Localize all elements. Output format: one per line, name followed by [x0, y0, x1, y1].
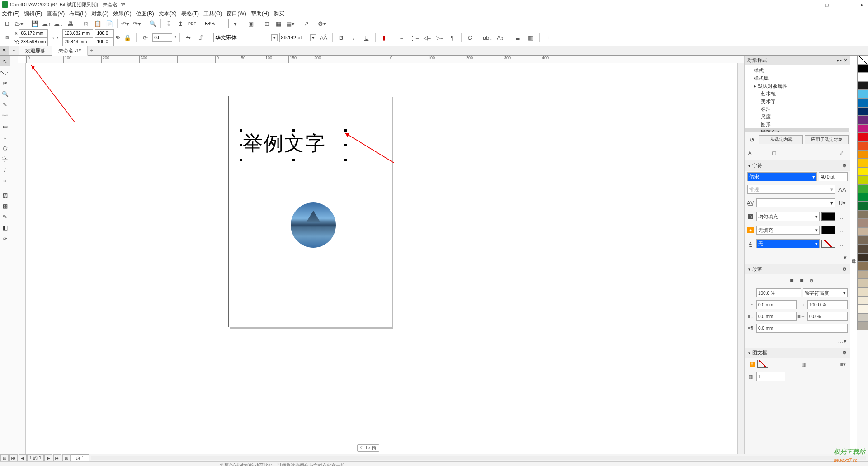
frame-valign-icon[interactable]: ≡▾ — [839, 360, 848, 369]
circle-image[interactable] — [291, 202, 336, 248]
print-icon[interactable]: 🖶 — [65, 18, 75, 29]
swatch-5[interactable] — [857, 107, 868, 116]
page-next-icon[interactable]: ▶ — [44, 454, 52, 461]
pick-tool-tab[interactable]: ↖ — [0, 46, 9, 55]
ime-indicator[interactable]: CH ♪ 简 — [357, 444, 379, 452]
menu-window[interactable]: 窗口(W) — [226, 10, 246, 18]
shape-tool-icon[interactable]: ↖⋰ — [0, 67, 10, 77]
outline-combo[interactable]: 无▾ — [756, 239, 820, 248]
swatch-2[interactable] — [857, 81, 868, 90]
varfont-icon[interactable]: AÂ — [318, 32, 329, 43]
minimize-icon[interactable]: — — [835, 0, 843, 9]
textdir-icon[interactable]: ab↓ — [482, 32, 493, 43]
tab-expand-icon[interactable]: ⤢ — [840, 150, 847, 157]
char-pt-input[interactable]: 40.0 pt — [819, 172, 848, 181]
home-icon[interactable]: ⌂ — [9, 46, 19, 55]
grid-icon[interactable]: ▦ — [273, 18, 284, 29]
char-gear-icon[interactable]: ⚙ — [842, 163, 847, 169]
swatch-27[interactable] — [857, 296, 868, 305]
rulers-icon[interactable]: ⊞ — [261, 18, 272, 29]
zoom-dropdown-icon[interactable]: ▾ — [230, 18, 241, 29]
right-input[interactable]: 100.0 % — [807, 300, 848, 309]
swatch-8[interactable] — [857, 133, 868, 141]
char-expand-icon[interactable]: …▾ — [837, 252, 848, 263]
tree-artistictext[interactable]: 美术字 — [745, 98, 849, 105]
para-section-header[interactable]: ▾段落⚙ — [745, 264, 850, 274]
fill-combo[interactable]: 均匀填充▾ — [756, 212, 820, 221]
menu-help[interactable]: 帮助(H) — [251, 10, 269, 18]
align-right-icon[interactable]: ≡ — [777, 276, 786, 285]
align-center-icon[interactable]: ≡ — [767, 276, 776, 285]
docker-close-icon[interactable]: ✕ — [844, 57, 848, 63]
pdf-icon[interactable]: PDF — [187, 18, 198, 29]
zoom-tool-icon[interactable]: 🔍 — [0, 89, 10, 99]
swatch-26[interactable] — [857, 287, 868, 296]
nocolor-swatch[interactable] — [857, 56, 868, 64]
swatch-18[interactable] — [857, 219, 868, 227]
shadow-tool-icon[interactable]: ▨ — [0, 190, 10, 200]
text-tool-icon[interactable]: 字 — [0, 154, 10, 164]
font-dd-icon[interactable]: ▾ — [271, 34, 278, 41]
dropcap-icon[interactable]: ¶ — [447, 32, 458, 43]
italic-icon[interactable]: I — [349, 32, 359, 43]
vscrollbar[interactable] — [737, 63, 744, 454]
tree-paratext[interactable]: 段落文本 — [745, 128, 849, 132]
dimension-tool-icon[interactable]: ↔ — [0, 176, 10, 186]
swatch-6[interactable] — [857, 116, 868, 124]
save-icon[interactable]: 💾 — [29, 18, 40, 29]
para-expand-icon[interactable]: …▾ — [837, 335, 848, 346]
fill-swatch[interactable] — [821, 212, 835, 221]
outline-swatch[interactable] — [821, 240, 835, 248]
align-justify-icon[interactable]: ≣ — [787, 276, 796, 285]
list-bul-icon[interactable]: ⋮≡ — [409, 32, 420, 43]
fullscreen-icon[interactable]: ▣ — [245, 18, 256, 29]
bgfill-swatch[interactable] — [821, 226, 835, 234]
before-input[interactable]: 0.0 mm — [756, 300, 797, 309]
selection-handles[interactable]: ✕ — [241, 130, 346, 160]
frame-swatch[interactable] — [757, 360, 768, 368]
swatch-9[interactable] — [857, 141, 868, 150]
ellipse-tool-icon[interactable]: ○ — [0, 132, 10, 142]
close-icon[interactable]: ✕ — [858, 0, 866, 9]
list-num-icon[interactable]: ≡ — [396, 32, 407, 43]
rightmm-input[interactable]: 0.0 % — [807, 312, 848, 321]
export-icon[interactable]: ↥ — [175, 18, 186, 29]
eyedropper-tool-icon[interactable]: ✎ — [0, 212, 10, 222]
cloud-down-icon[interactable]: ☁↓ — [53, 18, 64, 29]
underline-opt-icon[interactable]: U▾ — [837, 198, 848, 208]
swatch-17[interactable] — [857, 210, 868, 219]
after-input[interactable]: 0.0 mm — [756, 312, 797, 321]
pt-dd-icon[interactable]: ▾ — [310, 34, 316, 41]
char-font-combo[interactable]: 仿宋▾ — [747, 172, 817, 181]
lineunit-combo[interactable]: %字符高度▾ — [803, 288, 848, 297]
allcaps-icon[interactable]: A̲A̲ — [837, 184, 848, 195]
pt-input[interactable] — [279, 33, 308, 42]
menu-file[interactable]: 文件(F) — [2, 10, 19, 18]
rectangle-tool-icon[interactable]: ▭ — [0, 122, 10, 132]
swatch-22[interactable] — [857, 253, 868, 262]
polygon-tool-icon[interactable]: ⬠ — [0, 143, 10, 153]
tree-styleset[interactable]: 样式集 — [745, 75, 849, 82]
options-icon[interactable]: ⚙▾ — [316, 18, 327, 29]
artisticmedia-icon[interactable]: 〰 — [0, 111, 10, 121]
restore-small-icon[interactable]: ❐ — [823, 0, 831, 9]
menu-text[interactable]: 文本(X) — [159, 10, 177, 18]
indent-dec-icon[interactable]: ◁≡ — [422, 32, 433, 43]
menu-object[interactable]: 对象(J) — [91, 10, 108, 18]
clipboard-icon[interactable]: 📄 — [104, 18, 115, 29]
swatch-20[interactable] — [857, 236, 868, 245]
transparency-tool-icon[interactable]: ▩ — [0, 201, 10, 211]
pick-tool-icon[interactable]: ↖ — [0, 56, 10, 66]
textfill-icon[interactable]: ▮ — [379, 32, 390, 43]
import-icon[interactable]: ↧ — [163, 18, 174, 29]
tree-graphic[interactable]: 图形 — [745, 121, 849, 128]
redo-icon[interactable]: ↷▾ — [132, 18, 142, 29]
rot-input[interactable] — [152, 33, 172, 42]
menu-effect[interactable]: 效果(C) — [113, 10, 132, 18]
menu-buy[interactable]: 购买 — [274, 10, 284, 18]
apply-selection-button[interactable]: 应用于选定对象 — [805, 135, 849, 144]
menu-view[interactable]: 查看(V) — [47, 10, 65, 18]
tree-callout[interactable]: 标注 — [745, 105, 849, 113]
open-icon[interactable]: 🗁▾ — [14, 18, 24, 29]
swatch-12[interactable] — [857, 167, 868, 176]
